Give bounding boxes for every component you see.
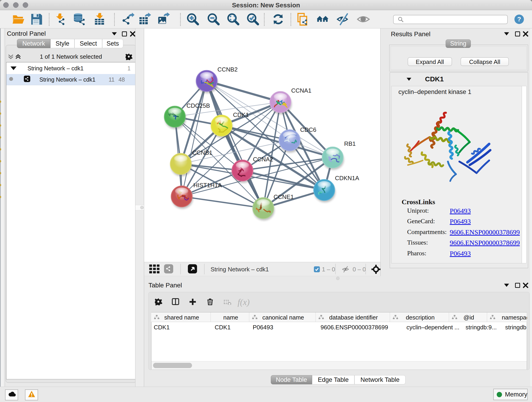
- svg-text:HIST1H1A: HIST1H1A: [193, 182, 222, 189]
- svg-text:?: ?: [517, 16, 521, 23]
- svg-text:CCNA1: CCNA1: [291, 87, 311, 94]
- svg-text:CCNB2: CCNB2: [217, 66, 238, 73]
- svg-text:CDKN1A: CDKN1A: [335, 175, 359, 182]
- svg-text:CCNE1: CCNE1: [273, 193, 294, 200]
- svg-text:CDC25B: CDC25B: [186, 102, 210, 109]
- svg-text:RB1: RB1: [344, 140, 356, 147]
- svg-text:CCNA2: CCNA2: [253, 156, 273, 163]
- svg-text:CCNB1: CCNB1: [192, 149, 212, 156]
- svg-text:CDC6: CDC6: [300, 126, 317, 133]
- svg-text:CDK1: CDK1: [233, 111, 249, 118]
